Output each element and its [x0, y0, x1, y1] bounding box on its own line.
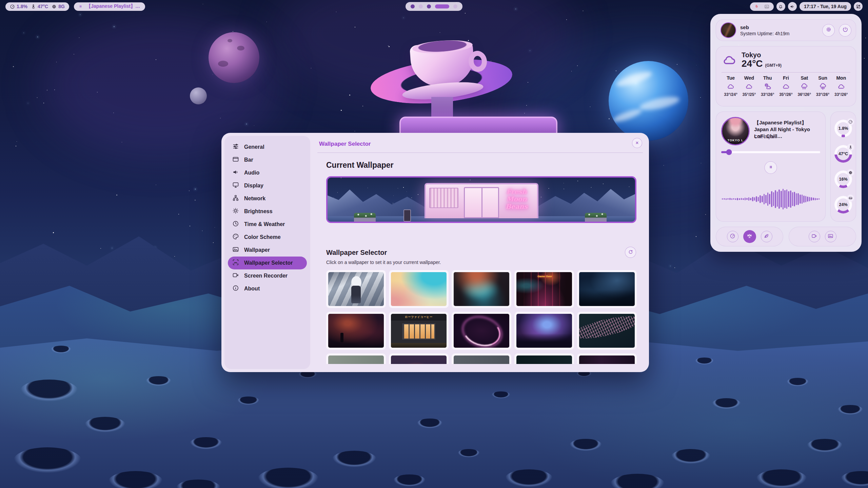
- small-moon: [190, 87, 207, 104]
- preview-star: [470, 180, 471, 180]
- speaker-icon: [232, 169, 239, 177]
- tray-app-icon[interactable]: [754, 4, 760, 9]
- wallpaper-thumb-purple-ring[interactable]: [452, 312, 511, 350]
- preview-star: [591, 187, 592, 188]
- sidebar-item-general[interactable]: General: [228, 141, 307, 154]
- wallpaper-thumb-pastel-gradient[interactable]: [389, 270, 449, 308]
- crater: [458, 449, 480, 458]
- wallpaper-thumb-aurora-blur[interactable]: [452, 270, 511, 308]
- crater: [570, 439, 602, 451]
- sidebar-item-display[interactable]: Display: [228, 179, 307, 192]
- pause-button[interactable]: [765, 161, 777, 174]
- sidebar-item-color-scheme[interactable]: Color Scheme: [228, 231, 307, 244]
- tool-button-image[interactable]: [825, 231, 836, 242]
- wallpaper-thumb-autumn-sliver[interactable]: [389, 353, 449, 364]
- visualizer-bar: [733, 198, 734, 200]
- thumb-overlay-text: Game Over: [537, 275, 552, 278]
- media-player-card: TOKYO L 【Japanese Playlist】 Japan All Ni…: [716, 111, 826, 222]
- visualizer-bar: [769, 194, 770, 204]
- sidebar-item-brightness[interactable]: Brightness: [228, 205, 307, 218]
- visualizer-bar: [726, 198, 727, 200]
- visualizer-bar: [752, 197, 753, 201]
- media-pill[interactable]: 【Japanese Playlist】 J...: [74, 2, 145, 11]
- refresh-button[interactable]: [625, 247, 636, 258]
- power-button[interactable]: [839, 24, 851, 37]
- preview-star: [403, 187, 404, 188]
- slider-knob[interactable]: [726, 149, 732, 155]
- star: [79, 37, 80, 38]
- crater: [712, 398, 741, 409]
- wallpaper-thumb-neon-arcade[interactable]: Game Over: [514, 270, 574, 308]
- sidebar-item-screen-recorder[interactable]: Screen Recorder: [228, 269, 307, 282]
- crater: [787, 378, 809, 386]
- media-subtitle: Chill Japan.: [754, 134, 777, 139]
- visualizer-bar: [778, 189, 780, 209]
- sidebar-item-label: General: [244, 144, 264, 150]
- visualizer-bar: [797, 193, 799, 205]
- visualizer-bar: [807, 197, 808, 202]
- volume-button[interactable]: [788, 2, 797, 11]
- sidebar-item-about[interactable]: About: [228, 282, 307, 295]
- sidebar-item-label: Brightness: [244, 208, 273, 215]
- bell-icon: [778, 4, 783, 9]
- settings-button[interactable]: [822, 24, 835, 37]
- star: [616, 70, 616, 71]
- star: [112, 248, 113, 248]
- wallpaper-image-sage-sliver: [328, 355, 384, 364]
- tool-button-video[interactable]: [809, 231, 820, 242]
- wallpaper-thumb-nebula-forest[interactable]: [514, 312, 574, 350]
- star: [122, 142, 122, 143]
- sidebar-item-time-weather[interactable]: Time & Weather: [228, 218, 307, 231]
- wallpaper-thumb-plum-sliver[interactable]: [577, 353, 637, 364]
- cloud-icon: [745, 82, 753, 90]
- mode-button-leaf[interactable]: [761, 231, 772, 242]
- dashboard-button[interactable]: [854, 2, 863, 11]
- wallpaper-thumb-sage-sliver[interactable]: [326, 353, 386, 364]
- current-wallpaper-preview: FreshMoonBeans: [326, 176, 636, 223]
- neon-line-2: Moon: [506, 196, 527, 203]
- network-icon: [232, 195, 239, 203]
- sidebar-item-wallpaper-selector[interactable]: Wallpaper Selector: [228, 257, 307, 269]
- workspace-dot-4[interactable]: [435, 4, 449, 8]
- wallpaper-thumb-anime-street[interactable]: [326, 270, 386, 308]
- star: [116, 195, 117, 196]
- sidebar-item-bar[interactable]: Bar: [228, 154, 307, 166]
- sidebar-item-network[interactable]: Network: [228, 192, 307, 205]
- gauge-47-c: 47°C: [834, 145, 852, 163]
- rain-icon: [800, 82, 808, 90]
- mode-button-scales[interactable]: [743, 230, 756, 243]
- star: [864, 58, 865, 59]
- refresh-icon: [628, 249, 633, 256]
- close-button[interactable]: ×: [632, 138, 642, 148]
- sidebar-item-audio[interactable]: Audio: [228, 166, 307, 179]
- workspace-indicator[interactable]: [406, 2, 462, 11]
- workspace-dot-5[interactable]: [453, 4, 457, 8]
- wallpaper-thumb-gray-sliver[interactable]: [452, 353, 511, 364]
- weather-divider: [722, 72, 850, 73]
- workspace-dot-3[interactable]: [427, 4, 431, 8]
- visualizer-bar: [762, 196, 763, 202]
- visualizer-bar: [765, 195, 767, 203]
- media-progress-slider[interactable]: [721, 151, 820, 153]
- preview-mountains-right: [524, 184, 635, 217]
- notifications-button[interactable]: [776, 2, 785, 11]
- wallpaper-thumb-teal-sliver[interactable]: [514, 353, 574, 364]
- clock-pill[interactable]: 17:17 - Tue, 19 Aug: [800, 2, 851, 11]
- crater: [332, 451, 376, 467]
- user-card: seb System Uptime: 4h19m: [716, 19, 856, 41]
- mode-button-gauge[interactable]: [727, 231, 738, 242]
- workspace-dot-2[interactable]: [419, 4, 423, 8]
- wallpaper-thumb-blue-forest[interactable]: [577, 270, 637, 308]
- tray-image-icon[interactable]: [764, 4, 769, 9]
- sidebar-item-wallpaper[interactable]: Wallpaper: [228, 244, 307, 257]
- close-icon: ×: [635, 140, 638, 146]
- wallpaper-thumb-ember-ruins[interactable]: [326, 312, 386, 350]
- star: [74, 54, 74, 55]
- visualizer-bar: [735, 198, 736, 200]
- star: [566, 19, 567, 20]
- wallpaper-thumb-lofi-cafe[interactable]: ローファイコーヒー: [389, 312, 449, 350]
- header-divider: [317, 152, 643, 153]
- wallpaper-thumb-wire-wave[interactable]: [577, 312, 637, 350]
- workspace-dot-1[interactable]: [411, 4, 415, 8]
- window-title: Wallpaper Selector: [319, 141, 371, 147]
